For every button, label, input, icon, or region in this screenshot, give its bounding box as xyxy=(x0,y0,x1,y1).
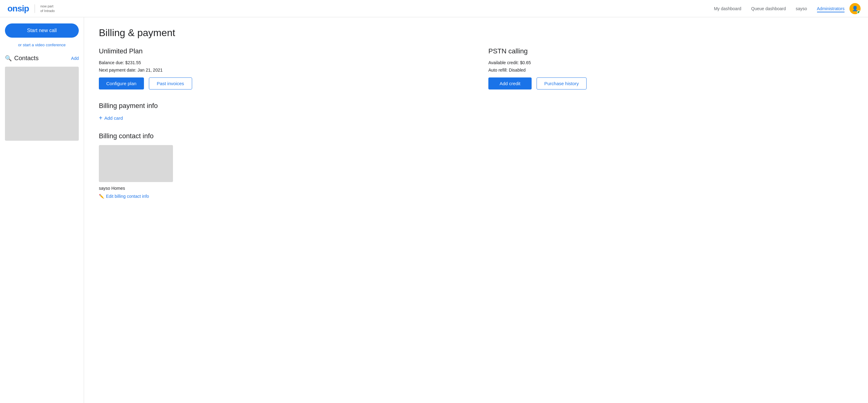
unlimited-plan-title: Unlimited Plan xyxy=(99,47,464,55)
header: onsip now part of Intrado My dashboard Q… xyxy=(0,0,868,17)
logo-divider xyxy=(35,4,35,13)
avatar-initials: 👤 xyxy=(852,5,858,11)
contacts-header: 🔍 Contacts Add xyxy=(5,55,79,62)
add-contact-link[interactable]: Add xyxy=(71,56,79,61)
avatar[interactable]: 👤 xyxy=(849,3,861,14)
unlimited-plan-section: Unlimited Plan Balance due: $231.55 Next… xyxy=(99,47,464,90)
avatar-status-badge xyxy=(857,10,861,14)
add-card-label: Add card xyxy=(104,115,123,121)
add-card-link[interactable]: + Add card xyxy=(99,115,853,121)
onsip-logo: onsip xyxy=(7,4,29,13)
nav-sayso[interactable]: sayso xyxy=(796,5,807,12)
billing-contact-section: Billing contact info sayso Homes ✏️ Edit… xyxy=(99,132,853,199)
billing-payment-section: Billing payment info + Add card xyxy=(99,102,853,121)
search-icon[interactable]: 🔍 xyxy=(5,55,12,62)
available-credit: Available credit: $0.65 xyxy=(488,60,853,65)
plus-icon: + xyxy=(99,115,102,121)
past-invoices-button[interactable]: Past invoices xyxy=(149,77,192,90)
start-new-call-button[interactable]: Start new call xyxy=(5,24,79,38)
main-nav: My dashboard Queue dashboard sayso Admin… xyxy=(714,5,844,12)
video-conference-link[interactable]: or start a video conference xyxy=(5,42,79,47)
nav-queue-dashboard[interactable]: Queue dashboard xyxy=(751,5,786,12)
balance-due: Balance due: $231.55 xyxy=(99,60,464,65)
company-name: sayso Homes xyxy=(99,186,853,191)
sidebar: Start new call or start a video conferen… xyxy=(0,17,84,403)
edit-billing-contact-link[interactable]: ✏️ Edit billing contact info xyxy=(99,194,853,199)
unlimited-plan-buttons: Configure plan Past invoices xyxy=(99,77,464,90)
pencil-icon: ✏️ xyxy=(99,194,104,199)
logo: onsip now part of Intrado xyxy=(7,4,55,13)
app-layout: Start new call or start a video conferen… xyxy=(0,17,868,403)
billing-contact-image-placeholder xyxy=(99,145,173,182)
intrado-tagline: now part of Intrado xyxy=(40,4,55,13)
billing-payment-title: Billing payment info xyxy=(99,102,853,110)
billing-contact-title: Billing contact info xyxy=(99,132,853,140)
next-payment-date: Next payment date: Jan 21, 2021 xyxy=(99,68,464,72)
main-content: Billing & payment Unlimited Plan Balance… xyxy=(84,17,868,403)
edit-billing-label: Edit billing contact info xyxy=(106,194,149,199)
nav-my-dashboard[interactable]: My dashboard xyxy=(714,5,741,12)
configure-plan-button[interactable]: Configure plan xyxy=(99,77,144,90)
billing-top-sections: Unlimited Plan Balance due: $231.55 Next… xyxy=(99,47,853,90)
contacts-list-placeholder xyxy=(5,67,79,141)
pstn-title: PSTN calling xyxy=(488,47,853,55)
page-title: Billing & payment xyxy=(99,27,853,39)
contacts-label: Contacts xyxy=(14,55,69,62)
pstn-buttons: Add credit Purchase history xyxy=(488,77,853,90)
add-credit-button[interactable]: Add credit xyxy=(488,77,532,90)
purchase-history-button[interactable]: Purchase history xyxy=(536,77,587,90)
nav-administrators[interactable]: Administrators xyxy=(817,5,844,12)
pstn-section: PSTN calling Available credit: $0.65 Aut… xyxy=(488,47,853,90)
auto-refill: Auto refill: Disabled xyxy=(488,68,853,72)
